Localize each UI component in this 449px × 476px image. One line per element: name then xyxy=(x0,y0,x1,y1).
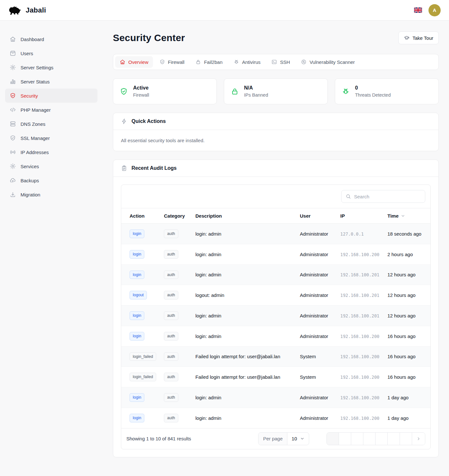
sidebar-item[interactable]: Services xyxy=(5,159,97,173)
take-tour-button[interactable]: Take Tour xyxy=(398,31,439,44)
brand-link[interactable]: Jabali xyxy=(8,5,46,16)
sidebar-item[interactable]: Users xyxy=(5,46,97,60)
category-badge: auth xyxy=(164,352,178,361)
category-badge: auth xyxy=(164,332,178,341)
cell-ip: 192.168.100.201 xyxy=(336,285,384,306)
cell-description: Failed login attempt for: user@jabali.la… xyxy=(191,367,296,387)
sidebar-item-label: PHP Manager xyxy=(21,107,51,113)
page-button[interactable] xyxy=(400,433,412,445)
sidebar-item[interactable]: Security xyxy=(5,89,97,103)
table-row: login auth login: admin Administrator 19… xyxy=(121,326,430,346)
cell-time: 1 day ago xyxy=(384,408,430,428)
cell-category: auth xyxy=(160,326,191,346)
tab[interactable]: Antivirus xyxy=(229,56,265,68)
action-badge[interactable]: login xyxy=(130,250,144,259)
audit-logs-table: Action Category xyxy=(121,208,430,428)
cell-description: Failed login attempt for: user@jabali.la… xyxy=(191,346,296,367)
action-badge[interactable]: login_failed xyxy=(130,373,156,381)
cell-description: login: admin xyxy=(191,408,296,428)
page-button[interactable] xyxy=(327,433,339,445)
category-badge: auth xyxy=(164,229,178,238)
tab[interactable]: Vulnerability Scanner xyxy=(296,56,359,68)
action-badge[interactable]: login xyxy=(130,271,144,279)
next-page-button[interactable] xyxy=(412,433,425,445)
table-row: login_failed auth Failed login attempt f… xyxy=(121,346,430,367)
main-content: Security Center Take Tour Overview Firew… xyxy=(103,21,449,466)
sidebar-item[interactable]: PHP Manager xyxy=(5,103,97,117)
tab[interactable]: Overview xyxy=(115,56,153,68)
sidebar-item[interactable]: Migration xyxy=(5,187,97,202)
sidebar-item[interactable]: Backups xyxy=(5,173,97,187)
tab[interactable]: Fail2ban xyxy=(191,56,227,68)
avatar[interactable]: A xyxy=(428,4,441,16)
action-badge[interactable]: logout xyxy=(130,291,147,299)
results-summary: Showing 1 to 10 of 841 results xyxy=(126,436,258,441)
bar-chart-icon xyxy=(10,78,16,85)
table-row: login auth login: admin Administrator 19… xyxy=(121,387,430,408)
action-badge[interactable]: login xyxy=(130,414,144,422)
page-button[interactable] xyxy=(363,433,376,445)
cell-category: auth xyxy=(160,306,191,326)
stat-value: 0 xyxy=(355,85,391,91)
cell-user: Administrator xyxy=(296,244,336,264)
cell-ip: 127.0.0.1 xyxy=(336,224,384,244)
security-tabs: Overview Firewall Fail2ban Antivirus SSH… xyxy=(113,54,439,70)
tab-label: Antivirus xyxy=(242,59,261,65)
category-badge: auth xyxy=(164,311,178,320)
page-button[interactable] xyxy=(339,433,351,445)
action-badge[interactable]: login_failed xyxy=(130,352,156,361)
sidebar-item[interactable]: Server Status xyxy=(5,74,97,89)
action-badge[interactable]: login xyxy=(130,229,144,238)
page-button[interactable] xyxy=(351,433,363,445)
action-badge[interactable]: login xyxy=(130,332,144,341)
page-button[interactable] xyxy=(376,433,388,445)
stat-value: Active xyxy=(133,85,149,91)
sidebar-item[interactable]: Server Settings xyxy=(5,60,97,74)
shield-check-icon xyxy=(10,135,16,141)
cell-description: login: admin xyxy=(191,387,296,408)
bug-icon xyxy=(342,87,350,96)
shield-check-icon xyxy=(10,92,16,99)
tab-label: Vulnerability Scanner xyxy=(309,59,355,65)
sidebar-item[interactable]: DNS Zones xyxy=(5,117,97,131)
stat-card: N/A IPs Banned xyxy=(224,78,328,104)
cell-description: login: admin xyxy=(191,264,296,285)
sidebar-item-label: Backups xyxy=(21,178,39,183)
sidebar-item-label: Security xyxy=(21,93,38,99)
search-icon xyxy=(345,194,351,199)
code-icon xyxy=(10,107,16,113)
column-header: User xyxy=(296,208,336,224)
sidebar-item[interactable]: SSL Manager xyxy=(5,131,97,145)
cell-category: auth xyxy=(160,285,191,306)
action-badge[interactable]: login xyxy=(130,311,144,320)
per-page-select[interactable]: 10 xyxy=(287,433,309,445)
tab[interactable]: Firewall xyxy=(155,56,189,68)
action-badge[interactable]: login xyxy=(130,393,144,402)
stat-card: 0 Threats Detected xyxy=(335,78,439,104)
column-header: IP xyxy=(336,208,384,224)
uk-flag-icon[interactable] xyxy=(414,7,422,13)
chevron-right-icon xyxy=(416,436,421,441)
sidebar-item[interactable]: IP Addresses xyxy=(5,145,97,159)
search-input[interactable] xyxy=(354,194,421,199)
per-page-control: Per page 10 xyxy=(258,432,309,445)
audit-logs-title: Recent Audit Logs xyxy=(131,165,177,171)
gear-icon xyxy=(10,64,16,71)
category-badge: auth xyxy=(164,271,178,279)
boar-logo-icon xyxy=(8,5,22,16)
tab[interactable]: SSH xyxy=(267,56,294,68)
cell-user: Administrator xyxy=(296,326,336,346)
radio-icon xyxy=(10,149,16,155)
page-button[interactable] xyxy=(388,433,400,445)
cell-time: 16 hours ago xyxy=(384,346,430,367)
sidebar-item-label: Migration xyxy=(21,192,40,197)
sort-chevron-down-icon[interactable] xyxy=(401,213,405,218)
stat-cards: Active Firewall N/A IPs Banned 0 Threats… xyxy=(113,78,439,104)
pagination-bar: Showing 1 to 10 of 841 results Per page … xyxy=(121,428,430,449)
cell-user: Administrator xyxy=(296,408,336,428)
sidebar-item[interactable]: Dashboard xyxy=(5,32,97,46)
stat-card: Active Firewall xyxy=(113,78,217,104)
tab-label: Overview xyxy=(128,59,148,65)
cell-time: 12 hours ago xyxy=(384,285,430,306)
column-header: Action xyxy=(121,208,160,224)
